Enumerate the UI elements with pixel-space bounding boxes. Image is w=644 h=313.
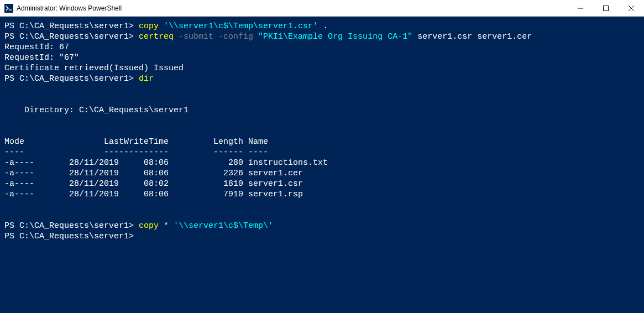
command-dir: dir xyxy=(139,74,154,84)
command-certreq: certreq xyxy=(139,32,174,41)
command-copy: copy xyxy=(139,22,159,31)
path-arg: '\\server1\c$\Temp\server1.csr' xyxy=(164,22,318,31)
path-arg: '\\server1\c$\Temp\' xyxy=(174,221,273,231)
table-row: -a---- 28/11/2019 08:02 1810 server1.csr xyxy=(4,179,303,189)
star-arg: * xyxy=(159,221,174,231)
terminal-output[interactable]: PS C:\CA_Requests\server1> copy '\\serve… xyxy=(0,17,644,246)
close-button[interactable] xyxy=(619,0,644,16)
powershell-icon xyxy=(4,4,13,13)
window-controls xyxy=(568,0,644,16)
prompt: PS C:\CA_Requests\server1> xyxy=(4,232,134,241)
prompt: PS C:\CA_Requests\server1> xyxy=(4,22,139,31)
dot-arg: . xyxy=(318,22,328,31)
window-titlebar: Administrator: Windows PowerShell xyxy=(0,0,644,17)
output-line: Certificate retrieved(Issued) Issued xyxy=(4,64,184,73)
minimize-button[interactable] xyxy=(568,0,593,16)
prompt: PS C:\CA_Requests\server1> xyxy=(4,74,139,84)
output-line: RequestId: "67" xyxy=(4,53,79,62)
output-line: RequestId: 67 xyxy=(4,43,69,52)
directory-header: Directory: C:\CA_Requests\server1 xyxy=(4,106,189,115)
window-title: Administrator: Windows PowerShell xyxy=(17,4,568,12)
prompt: PS C:\CA_Requests\server1> xyxy=(4,221,139,231)
flags: -submit -config xyxy=(174,32,258,41)
table-row: -a---- 28/11/2019 08:06 2326 server1.cer xyxy=(4,169,303,178)
svg-rect-3 xyxy=(604,6,609,11)
maximize-button[interactable] xyxy=(593,0,619,16)
table-header: Mode LastWriteTime Length Name xyxy=(4,137,268,147)
prompt: PS C:\CA_Requests\server1> xyxy=(4,32,139,41)
table-row: -a---- 28/11/2019 08:06 280 instructions… xyxy=(4,158,328,168)
file-args: server1.csr server1.cer xyxy=(412,32,532,41)
command-copy: copy xyxy=(139,221,159,231)
table-row: -a---- 28/11/2019 08:06 7910 server1.rsp xyxy=(4,190,303,199)
config-arg: "PKI1\Example Org Issuing CA-1" xyxy=(258,32,412,41)
table-header-divider: ---- ------------- ------ ---- xyxy=(4,148,268,157)
